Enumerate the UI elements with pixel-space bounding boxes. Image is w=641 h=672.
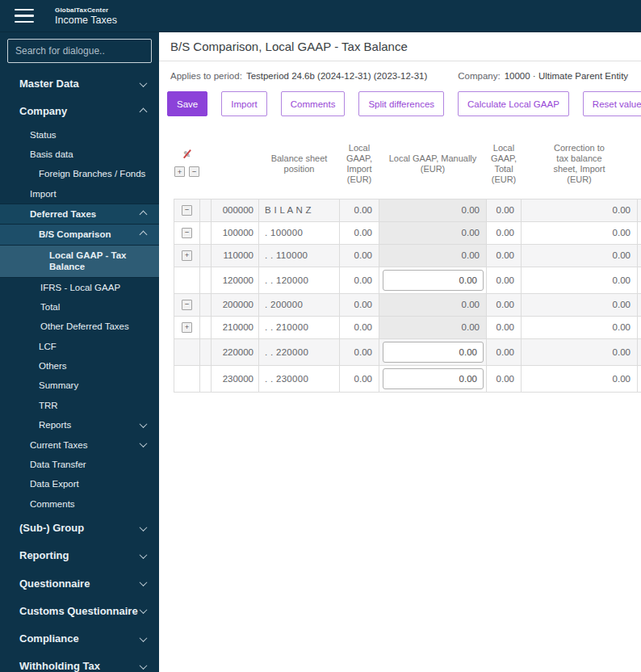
sidebar-item-reporting[interactable]: Reporting [0,543,159,569]
sidebar-item-lcf[interactable]: LCF [0,337,159,356]
sidebar-item-total[interactable]: Total [0,297,159,317]
chevron-up-icon [140,231,148,239]
cell-overflow [638,244,641,267]
sidebar-item-master-data[interactable]: Master Data [0,71,159,97]
column-header-correction: Correction to tax balance sheet, Import … [522,134,638,199]
comments-button[interactable]: Comments [281,91,346,116]
column-header-manually: Local GAAP, Manually (EUR) [379,134,487,199]
sidebar-item-current-taxes[interactable]: Current Taxes [0,435,159,455]
cell-local-gaap-manually: 0.00 [379,244,487,267]
sidebar-nav: Master DataCompanyStatusBasis dataForeig… [0,71,159,672]
row-collapse-button[interactable]: − [182,228,192,238]
calculate-local-gaap-button[interactable]: Calculate Local GAAP [458,91,569,116]
sidebar-item-label: Questionnaire [19,571,90,597]
manually-value-input[interactable] [383,368,484,389]
sidebar-item-label: Company [19,99,67,124]
cell-position-name: . . 220000 [259,338,340,365]
sidebar-item-compliance[interactable]: Compliance [0,626,159,652]
collapse-all-button[interactable]: − [189,166,199,177]
cell-overflow [638,338,641,365]
split-differences-button[interactable]: Split differences [358,91,444,116]
edit-locked-pencil-icon: ✎ [183,150,191,159]
sidebar-item-ifrs-local-gaap[interactable]: IFRS - Local GAAP [0,278,159,297]
cell-position-name: . . 230000 [259,365,340,392]
chevron-down-icon [140,634,148,642]
cell-local-gaap-total: 0.00 [487,244,522,267]
cell-correction-import: 0.00 [522,221,638,244]
cell-flag [200,365,212,392]
sidebar-item-trr[interactable]: TRR [0,396,159,415]
sidebar-item-b-s-comparison[interactable]: B/S Comparison [0,225,159,245]
cell-correction-import: 0.00 [522,244,638,267]
import-button[interactable]: Import [221,91,267,116]
reset-values-button[interactable]: Reset values ... [583,91,641,116]
cell-local-gaap-import: 0.00 [340,199,379,221]
chevron-down-icon [140,578,148,586]
row-expand-button[interactable]: + [182,322,192,333]
table-row-110000: +110000. . 1100000.000.000.000.00 [174,244,641,267]
cell-local-gaap-import: 0.00 [340,316,379,338]
sidebar-item-data-transfer[interactable]: Data Transfer [0,455,159,474]
search-input[interactable] [7,39,152,63]
cell-local-gaap-total: 0.00 [487,365,522,392]
sidebar-item-local-gaap-tax-balance[interactable]: Local GAAP - Tax Balance [0,246,159,278]
table-row-230000: 230000. . 2300000.000.000.00 [174,365,641,392]
sidebar-item-summary[interactable]: Summary [0,376,159,395]
sidebar-item-foreign-branches-fonds[interactable]: Foreign Branches / Fonds [0,164,159,183]
cell-position-name: . . 120000 [259,267,340,293]
sidebar-item-label: B/S Comparison [39,225,111,244]
column-header-flag [200,134,212,199]
page-title: B/S Comparison, Local GAAP - Tax Balance [170,40,408,53]
cell-flag [200,267,212,293]
cell-overflow [638,365,641,392]
sidebar-item-deferred-taxes[interactable]: Deferred Taxes [0,204,159,225]
sidebar-item-import[interactable]: Import [0,184,159,204]
cell-flag [200,293,212,316]
sidebar-item-label: Status [30,125,57,145]
cell-correction-import: 0.00 [522,199,638,221]
cell-flag [200,199,212,221]
row-expand-button[interactable]: + [182,250,192,261]
sidebar-item-company[interactable]: Company [0,99,159,124]
row-collapse-button[interactable]: − [182,205,192,216]
column-header-import: Local GAAP, Import (EUR) [340,134,379,199]
manually-value-input[interactable] [383,270,484,291]
sidebar-item-withholding-tax[interactable]: Withholding Tax [0,653,159,672]
hamburger-menu-icon[interactable] [15,9,34,23]
sidebar: Master DataCompanyStatusBasis dataForeig… [0,32,159,672]
column-header-tools: ✎+− [174,134,200,199]
cell-local-gaap-manually [379,338,487,365]
sidebar-item-questionnaire[interactable]: Questionnaire [0,571,159,597]
sidebar-item-basis-data[interactable]: Basis data [0,145,159,164]
cell-expand [174,267,200,293]
sidebar-item-others[interactable]: Others [0,356,159,376]
cell-local-gaap-manually: 0.00 [379,293,487,316]
table-row-120000: 120000. . 1200000.000.000.00 [174,267,641,293]
sidebar-item-label: Reports [39,415,71,435]
cell-account: 000000 [212,199,259,221]
sidebar-item-sub-group[interactable]: (Sub-) Group [0,515,159,541]
cell-correction-import: 0.00 [522,316,638,338]
cell-overflow [638,293,641,316]
cell-local-gaap-import: 0.00 [340,221,379,244]
save-button[interactable]: Save [167,91,207,116]
table-row-000000: −000000B I L A N Z0.000.000.000.00 [174,199,641,221]
chevron-down-icon [140,607,148,615]
period-info: Applies to period: Testperiod 24.6b (202… [170,71,427,81]
cell-local-gaap-import: 0.00 [340,338,379,365]
sidebar-item-comments[interactable]: Comments [0,494,159,514]
cell-account: 100000 [212,221,259,244]
sidebar-item-status[interactable]: Status [0,125,159,145]
sidebar-item-label: IFRS - Local GAAP [40,278,120,297]
cell-account: 230000 [212,365,259,392]
manually-value-input[interactable] [383,342,484,363]
sidebar-item-other-deferred-taxes[interactable]: Other Deferred Taxes [0,317,159,336]
sidebar-item-customs-questionnaire[interactable]: Customs Questionnaire [0,598,159,624]
row-collapse-button[interactable]: − [182,300,192,310]
sidebar-item-data-export[interactable]: Data Export [0,474,159,494]
cell-local-gaap-manually [379,365,487,392]
expand-all-button[interactable]: + [174,166,185,177]
cell-local-gaap-total: 0.00 [487,267,522,293]
sidebar-item-reports[interactable]: Reports [0,415,159,435]
cell-correction-import: 0.00 [522,365,638,392]
